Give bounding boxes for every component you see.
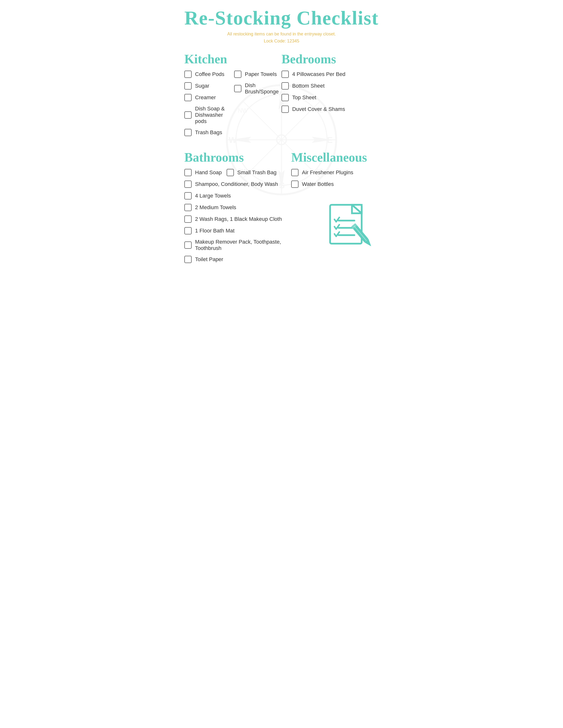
kitchen-section: Kitchen Coffee Pods Sugar Creamer (184, 52, 282, 141)
list-item: Sugar (184, 82, 232, 90)
item-label: Dish Brush/Sponge (245, 82, 282, 95)
checkbox-small-trash-bag[interactable] (226, 169, 234, 176)
list-item: 1 Floor Bath Mat (184, 227, 291, 234)
bedrooms-section: Bedrooms 4 Pillowcases Per Bed Bottom Sh… (282, 52, 379, 141)
checkbox-air-freshener[interactable] (291, 169, 299, 176)
list-item: Toilet Paper (184, 256, 291, 263)
item-label: 1 Floor Bath Mat (195, 228, 234, 234)
checkbox-trash-bags[interactable] (184, 129, 192, 136)
checkbox-creamer[interactable] (184, 94, 192, 101)
checkbox-water-bottles[interactable] (291, 181, 299, 188)
list-item: Coffee Pods (184, 71, 232, 78)
bedrooms-col: 4 Pillowcases Per Bed Bottom Sheet Top S… (282, 71, 379, 113)
item-label: Creamer (195, 94, 216, 101)
list-item: 4 Pillowcases Per Bed (282, 71, 379, 78)
item-label: Top Sheet (292, 94, 316, 101)
list-item: Hand Soap Small Trash Bag (184, 169, 291, 176)
list-item: 2 Medium Towels (184, 204, 291, 211)
bathrooms-title: Bathrooms (184, 150, 291, 165)
subtitle-line2: Lock Code: 12345 (184, 38, 379, 45)
list-item: Duvet Cover & Shams (282, 106, 379, 113)
kitchen-title: Kitchen (184, 52, 282, 66)
list-item: Dish Brush/Sponge (234, 82, 282, 95)
checkbox-floor-bath-mat[interactable] (184, 227, 192, 234)
svg-line-28 (354, 226, 366, 240)
list-item: 2 Wash Rags, 1 Black Makeup Cloth (184, 215, 291, 223)
item-label: 2 Medium Towels (195, 204, 236, 211)
checkbox-pillowcases[interactable] (282, 71, 289, 78)
list-item: Dish Soap & Dishwasher pods (184, 106, 232, 124)
miscellaneous-title: Miscellaneous (291, 150, 379, 165)
list-item: Water Bottles (291, 181, 379, 188)
checkbox-toilet-paper[interactable] (184, 256, 192, 263)
list-item: Bottom Sheet (282, 82, 379, 90)
list-item: Creamer (184, 94, 232, 101)
bedrooms-title: Bedrooms (282, 52, 379, 66)
bathrooms-section: Bathrooms Hand Soap Small Trash Bag Sham… (184, 150, 291, 267)
checkbox-sugar[interactable] (184, 82, 192, 90)
page-title: Re-Stocking Checklist (184, 7, 379, 29)
checkbox-shampoo[interactable] (184, 181, 192, 188)
item-label: 4 Large Towels (195, 193, 231, 199)
list-item: Air Freshener Plugins (291, 169, 379, 176)
checkbox-medium-towels[interactable] (184, 204, 192, 211)
item-label: Shampoo, Conditioner, Body Wash (195, 181, 278, 187)
item-label: Paper Towels (245, 71, 277, 77)
item-label: Dish Soap & Dishwasher pods (195, 106, 232, 124)
item-label: Coffee Pods (195, 71, 224, 77)
list-item: Trash Bags (184, 129, 232, 136)
item-label: Water Bottles (302, 181, 334, 187)
checkbox-top-sheet[interactable] (282, 94, 289, 101)
item-label: 2 Wash Rags, 1 Black Makeup Cloth (195, 216, 282, 222)
checkbox-bottom-sheet[interactable] (282, 82, 289, 90)
checkbox-paper-towels[interactable] (234, 71, 241, 78)
item-label: Duvet Cover & Shams (292, 106, 345, 112)
item-label: Bottom Sheet (292, 83, 325, 89)
checkbox-duvet[interactable] (282, 106, 289, 113)
item-label: 4 Pillowcases Per Bed (292, 71, 346, 77)
list-item: Makeup Remover Pack, Toothpaste, Toothbr… (184, 239, 291, 251)
list-item: Paper Towels (234, 71, 282, 78)
kitchen-col1: Coffee Pods Sugar Creamer Dish Soap & Di… (184, 71, 232, 141)
item-label: Hand Soap (195, 169, 222, 176)
item-label: Air Freshener Plugins (302, 169, 354, 176)
item-label: Toilet Paper (195, 256, 223, 263)
checkbox-hand-soap[interactable] (184, 169, 192, 176)
subtitle: All restocking items can be found in the… (184, 31, 379, 45)
checkbox-dish-brush[interactable] (234, 85, 241, 92)
item-label: Small Trash Bag (237, 169, 276, 176)
checkbox-dish-soap[interactable] (184, 111, 192, 119)
item-label: Trash Bags (195, 129, 222, 136)
list-item: 4 Large Towels (184, 192, 291, 199)
list-item: Shampoo, Conditioner, Body Wash (184, 181, 291, 188)
checkbox-coffee-pods[interactable] (184, 71, 192, 78)
checkbox-large-towels[interactable] (184, 192, 192, 199)
item-label: Sugar (195, 83, 209, 89)
checkbox-makeup-remover[interactable] (184, 241, 192, 249)
list-item: Top Sheet (282, 94, 379, 101)
kitchen-col2: Paper Towels Dish Brush/Sponge (234, 71, 282, 141)
checklist-decorative-icon (325, 198, 374, 251)
miscellaneous-section: Miscellaneous Air Freshener Plugins Wate… (291, 150, 379, 267)
subtitle-line1: All restocking items can be found in the… (184, 31, 379, 38)
checkbox-wash-rags[interactable] (184, 215, 192, 223)
item-label: Makeup Remover Pack, Toothpaste, Toothbr… (195, 239, 291, 251)
